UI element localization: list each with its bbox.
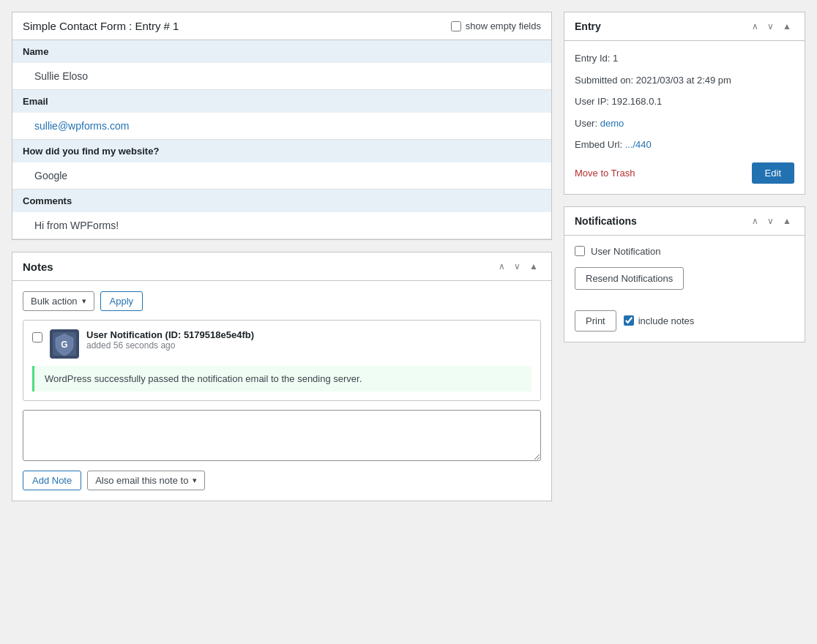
field-email-label: Email bbox=[12, 90, 551, 113]
show-empty-fields-text: show empty fields bbox=[466, 20, 541, 31]
entry-sidebar-expand-btn[interactable]: ▲ bbox=[780, 20, 794, 33]
avatar: G bbox=[50, 329, 79, 359]
submitted-row: Submitted on: 2021/03/03 at 2:49 pm bbox=[575, 73, 794, 88]
field-comments-value: Hi from WPForms! bbox=[12, 212, 551, 239]
notes-expand-btn[interactable]: ▲ bbox=[526, 260, 541, 273]
field-how-found-label: How did you find my website? bbox=[12, 140, 551, 162]
entry-form-card: Simple Contact Form : Entry # 1 show emp… bbox=[12, 12, 552, 240]
email-note-chevron-down-icon: ▾ bbox=[193, 476, 197, 485]
bulk-action-chevron-down-icon: ▾ bbox=[82, 296, 86, 306]
field-name-value: Sullie Eloso bbox=[12, 63, 551, 89]
field-name: Name Sullie Eloso bbox=[12, 40, 551, 90]
entry-sidebar-down-btn[interactable]: ∨ bbox=[764, 20, 777, 33]
notif-sidebar-expand-btn[interactable]: ▲ bbox=[780, 214, 794, 228]
bulk-action-dropdown[interactable]: Bulk action ▾ bbox=[23, 291, 94, 311]
notifications-sidebar-header: Notifications ∧ ∨ ▲ bbox=[564, 207, 805, 236]
user-link[interactable]: demo bbox=[600, 118, 624, 129]
notes-card: Notes ∧ ∨ ▲ Bulk action ▾ Apply bbox=[12, 252, 552, 501]
note-item: G User Notification (ID: 5179518e5e4fb) … bbox=[23, 320, 541, 401]
add-note-button[interactable]: Add Note bbox=[23, 471, 81, 490]
bulk-action-label: Bulk action bbox=[31, 296, 78, 307]
notes-collapse-down-btn[interactable]: ∨ bbox=[511, 260, 523, 273]
left-column: Simple Contact Form : Entry # 1 show emp… bbox=[12, 12, 552, 632]
note-meta: User Notification (ID: 5179518e5e4fb) ad… bbox=[86, 329, 531, 351]
user-row: User: demo bbox=[575, 116, 794, 131]
show-empty-fields-label[interactable]: show empty fields bbox=[451, 20, 541, 31]
notes-toolbar: Bulk action ▾ Apply bbox=[23, 291, 541, 311]
note-actions: Add Note Also email this note to ▾ bbox=[23, 471, 541, 490]
user-notification-checkbox[interactable] bbox=[575, 246, 585, 256]
note-add-section: Add Note Also email this note to ▾ bbox=[23, 410, 541, 490]
notif-sidebar-down-btn[interactable]: ∨ bbox=[764, 214, 777, 228]
notes-body: Bulk action ▾ Apply G bbox=[12, 281, 551, 501]
include-notes-label[interactable]: include notes bbox=[624, 315, 695, 326]
edit-button[interactable]: Edit bbox=[752, 162, 794, 184]
user-notification-label: User Notification bbox=[591, 246, 660, 257]
move-to-trash-link[interactable]: Move to Trash bbox=[575, 168, 635, 179]
user-notification-row: User Notification bbox=[575, 246, 794, 257]
notifications-body: User Notification Resend Notifications bbox=[564, 236, 805, 300]
notes-panel-controls: ∧ ∨ ▲ bbox=[496, 260, 541, 273]
entry-title: Simple Contact Form : Entry # 1 bbox=[23, 20, 179, 32]
print-button[interactable]: Print bbox=[575, 310, 616, 332]
svg-text:G: G bbox=[61, 340, 67, 350]
field-email: Email sullie@wpforms.com bbox=[12, 90, 551, 140]
notes-title: Notes bbox=[23, 261, 53, 273]
note-success-message: WordPress successfully passed the notifi… bbox=[32, 366, 531, 392]
notifications-sidebar-title: Notifications bbox=[575, 215, 637, 227]
field-how-found-value: Google bbox=[12, 162, 551, 189]
entry-sidebar-title: Entry bbox=[575, 20, 601, 32]
notif-sidebar-up-btn[interactable]: ∧ bbox=[749, 214, 761, 228]
entry-sidebar-up-btn[interactable]: ∧ bbox=[749, 20, 761, 33]
entry-card-header: Simple Contact Form : Entry # 1 show emp… bbox=[12, 12, 551, 40]
email-note-dropdown[interactable]: Also email this note to ▾ bbox=[87, 471, 205, 490]
show-empty-fields-checkbox[interactable] bbox=[451, 21, 461, 31]
field-name-label: Name bbox=[12, 40, 551, 63]
user-label: User: bbox=[575, 118, 597, 129]
entry-sidebar-card: Entry ∧ ∨ ▲ Entry Id: 1 Submitted on: 20… bbox=[564, 12, 805, 195]
entry-sidebar-body: Entry Id: 1 Submitted on: 2021/03/03 at … bbox=[564, 41, 805, 194]
note-textarea[interactable] bbox=[23, 410, 541, 461]
notifications-sidebar-controls: ∧ ∨ ▲ bbox=[749, 214, 794, 228]
include-notes-text: include notes bbox=[638, 315, 695, 326]
user-ip-row: User IP: 192.168.0.1 bbox=[575, 94, 794, 109]
notes-header: Notes ∧ ∨ ▲ bbox=[12, 252, 551, 281]
embed-label: Embed Url: bbox=[575, 139, 622, 150]
right-column: Entry ∧ ∨ ▲ Entry Id: 1 Submitted on: 20… bbox=[564, 12, 805, 632]
field-comments: Comments Hi from WPForms! bbox=[12, 190, 551, 239]
notes-collapse-up-btn[interactable]: ∧ bbox=[496, 260, 508, 273]
note-time: added 56 seconds ago bbox=[86, 340, 531, 351]
entry-actions: Move to Trash Edit bbox=[575, 162, 794, 184]
apply-button[interactable]: Apply bbox=[100, 291, 143, 311]
include-notes-checkbox[interactable] bbox=[624, 315, 634, 326]
embed-url-link[interactable]: .../440 bbox=[625, 139, 652, 150]
entry-id-row: Entry Id: 1 bbox=[575, 51, 794, 66]
resend-notifications-button[interactable]: Resend Notifications bbox=[575, 267, 684, 290]
note-select-checkbox[interactable] bbox=[32, 332, 42, 342]
embed-row: Embed Url: .../440 bbox=[575, 138, 794, 152]
field-how-found: How did you find my website? Google bbox=[12, 140, 551, 190]
field-comments-label: Comments bbox=[12, 190, 551, 212]
note-name: User Notification (ID: 5179518e5e4fb) bbox=[86, 329, 531, 340]
field-email-value: sullie@wpforms.com bbox=[12, 113, 551, 139]
print-section: Print include notes bbox=[564, 300, 805, 342]
entry-sidebar-controls: ∧ ∨ ▲ bbox=[749, 20, 794, 33]
note-item-header: G User Notification (ID: 5179518e5e4fb) … bbox=[32, 329, 531, 359]
notifications-sidebar-card: Notifications ∧ ∨ ▲ User Notification Re… bbox=[564, 206, 805, 342]
email-note-label: Also email this note to bbox=[95, 475, 188, 486]
entry-sidebar-header: Entry ∧ ∨ ▲ bbox=[564, 12, 805, 41]
